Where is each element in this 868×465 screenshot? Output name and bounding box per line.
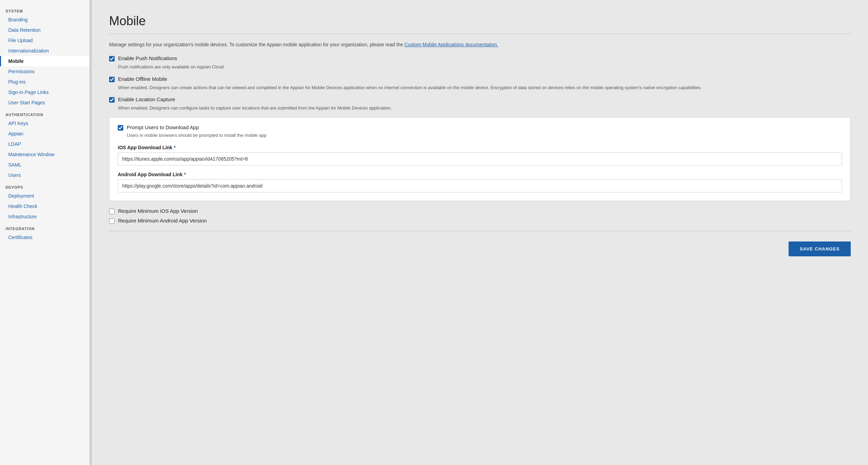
prompt-users-box: Prompt Users to Download App Users in mo…: [109, 117, 851, 201]
sidebar-item-ldap[interactable]: LDAP: [0, 139, 89, 149]
main-content: Mobile Manage settings for your organiza…: [92, 0, 868, 465]
min-ios-checkbox[interactable]: [109, 209, 115, 214]
min-android-row: Require Minimum Android App Version: [109, 218, 851, 224]
android-link-label: Android App Download Link*: [118, 172, 842, 177]
offline-mobile-description: When enabled, Designers can create actio…: [118, 84, 851, 91]
sidebar-item-infrastructure[interactable]: Infrastructure: [0, 211, 89, 222]
prompt-download-checkbox[interactable]: [118, 125, 123, 131]
min-android-label[interactable]: Require Minimum Android App Version: [118, 218, 207, 224]
devops-section-label: DEVOPS: [0, 180, 89, 191]
doc-link[interactable]: Custom Mobile Applications documentation…: [404, 42, 498, 47]
prompt-download-label[interactable]: Prompt Users to Download App: [127, 124, 199, 130]
ios-link-label: iOS App Download Link*: [118, 145, 842, 150]
sidebar-item-permissions[interactable]: Permissions: [0, 66, 89, 77]
location-capture-checkbox[interactable]: [109, 97, 115, 103]
push-notifications-label[interactable]: Enable Push Notifications: [118, 55, 177, 61]
sidebar-item-saml[interactable]: SAML: [0, 160, 89, 170]
prompt-download-description: Users in mobile browsers should be promp…: [127, 132, 842, 139]
location-capture-description: When enabled, Designers can configure ta…: [118, 105, 851, 112]
title-divider: [109, 34, 851, 34]
sidebar-item-branding[interactable]: Branding: [0, 15, 89, 25]
sidebar-item-users[interactable]: Users: [0, 170, 89, 180]
prompt-download-row: Prompt Users to Download App: [118, 124, 842, 131]
push-notifications-description: Push notifications are only available on…: [118, 64, 851, 70]
sidebar-item-file-upload[interactable]: File Upload: [0, 35, 89, 46]
page-description: Manage settings for your organization's …: [109, 41, 851, 48]
sidebar-item-signin-page-links[interactable]: Sign-in Page Links: [0, 87, 89, 97]
ios-link-required: *: [174, 145, 175, 150]
offline-mobile-row: Enable Offline Mobile: [109, 76, 851, 82]
save-button[interactable]: SAVE CHANGES: [789, 241, 851, 256]
sidebar-item-user-start-pages[interactable]: User Start Pages: [0, 97, 89, 108]
bottom-divider: [109, 231, 851, 231]
sidebar-item-mobile[interactable]: Mobile: [0, 56, 89, 66]
location-capture-label[interactable]: Enable Location Capture: [118, 96, 175, 102]
android-link-required: *: [184, 172, 186, 177]
sidebar-item-data-retention[interactable]: Data Retention: [0, 25, 89, 35]
sidebar-item-plugins[interactable]: Plug-ins: [0, 77, 89, 87]
sidebar-item-internationalization[interactable]: Internationalization: [0, 46, 89, 56]
auth-section-label: AUTHENTICATION: [0, 108, 89, 118]
ios-link-input[interactable]: [118, 152, 842, 165]
offline-mobile-label[interactable]: Enable Offline Mobile: [118, 76, 167, 82]
min-ios-row: Require Minimum iOS App Version: [109, 208, 851, 214]
android-link-input[interactable]: [118, 179, 842, 192]
min-ios-label[interactable]: Require Minimum iOS App Version: [118, 208, 198, 214]
location-capture-row: Enable Location Capture: [109, 96, 851, 103]
sidebar-item-deployment[interactable]: Deployment: [0, 191, 89, 201]
min-android-checkbox[interactable]: [109, 218, 115, 224]
sidebar-item-api-keys[interactable]: API Keys: [0, 118, 89, 129]
offline-mobile-checkbox[interactable]: [109, 77, 115, 82]
sidebar-item-maintenance-window[interactable]: Maintenance Window: [0, 149, 89, 160]
sidebar-item-appian[interactable]: Appian: [0, 129, 89, 139]
sidebar-item-health-check[interactable]: Health Check: [0, 201, 89, 211]
save-area: SAVE CHANGES: [109, 241, 851, 256]
integration-section-label: INTEGRATION: [0, 222, 89, 232]
system-section-label: SYSTEM: [0, 4, 89, 15]
push-notifications-checkbox[interactable]: [109, 56, 115, 61]
page-title: Mobile: [109, 14, 851, 28]
sidebar: SYSTEM Branding Data Retention File Uplo…: [0, 0, 90, 465]
push-notifications-row: Enable Push Notifications: [109, 55, 851, 61]
sidebar-item-certificates[interactable]: Certificates: [0, 232, 89, 243]
